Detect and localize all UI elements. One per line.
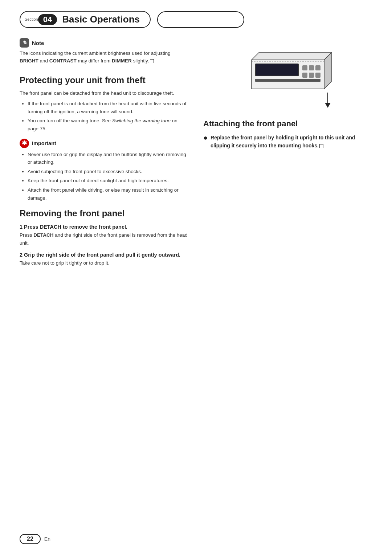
page-number: 22 bbox=[20, 534, 41, 544]
note-label: Note bbox=[32, 40, 44, 46]
protecting-heading: Protecting your unit from theft bbox=[20, 75, 189, 86]
svg-rect-7 bbox=[315, 65, 320, 70]
attaching-heading: Attaching the front panel bbox=[203, 119, 372, 128]
step1-heading: 1 Press DETACH to remove the front panel… bbox=[20, 224, 189, 230]
header-row: Section 04 Basic Operations bbox=[20, 11, 372, 28]
svg-rect-10 bbox=[315, 73, 320, 78]
attaching-bullet-text: Replace the front panel by holding it up… bbox=[211, 134, 372, 150]
svg-rect-4 bbox=[256, 64, 298, 76]
footer-lang: En bbox=[44, 536, 50, 542]
device-svg bbox=[230, 42, 346, 111]
list-item: Keep the front panel out of direct sunli… bbox=[28, 177, 189, 185]
section-title: Basic Operations bbox=[62, 14, 140, 25]
important-icon: ✱ bbox=[20, 139, 29, 148]
right-column: Attaching the front panel ● Replace the … bbox=[203, 38, 372, 270]
bullet-dot-icon: ● bbox=[203, 134, 208, 142]
svg-rect-8 bbox=[302, 73, 307, 78]
list-item: You can turn off the warning tone. See S… bbox=[28, 117, 189, 132]
svg-rect-11 bbox=[255, 79, 320, 82]
step2-text: Take care not to grip it tightly or to d… bbox=[20, 259, 189, 267]
note-icon: ✎ bbox=[20, 38, 29, 48]
header-right-badge bbox=[157, 11, 244, 28]
section-number: 04 bbox=[38, 14, 57, 25]
diagram-area bbox=[203, 42, 372, 112]
svg-rect-6 bbox=[309, 65, 314, 70]
list-item: Never use force or grip the display and … bbox=[28, 151, 189, 166]
important-header: ✱ Important bbox=[20, 139, 189, 148]
removing-heading: Removing the front panel bbox=[20, 208, 189, 219]
step1-text: Press DETACH and the right side of the f… bbox=[20, 231, 189, 247]
list-item: Attach the front panel while driving, or… bbox=[28, 186, 189, 202]
note-header: ✎ Note bbox=[20, 38, 189, 48]
footer: 22 En bbox=[20, 534, 50, 544]
note-text: The icons indicating the current ambient… bbox=[20, 50, 189, 65]
device-diagram bbox=[230, 42, 346, 112]
important-bullets: Never use force or grip the display and … bbox=[28, 151, 189, 202]
protecting-intro: The front panel can be detached from the… bbox=[20, 89, 189, 97]
section-badge: Section 04 Basic Operations bbox=[20, 11, 151, 28]
list-item: If the front panel is not detached from … bbox=[28, 100, 189, 115]
svg-rect-5 bbox=[302, 65, 307, 70]
two-col-layout: ✎ Note The icons indicating the current … bbox=[20, 38, 372, 270]
attaching-bullet: ● Replace the front panel by holding it … bbox=[203, 134, 372, 150]
note-box: ✎ Note The icons indicating the current … bbox=[20, 38, 189, 65]
important-box: ✱ Important Never use force or grip the … bbox=[20, 139, 189, 202]
list-item: Avoid subjecting the front panel to exce… bbox=[28, 168, 189, 176]
protecting-bullets: If the front panel is not detached from … bbox=[28, 100, 189, 132]
step2-heading: 2 Grip the right side of the front panel… bbox=[20, 252, 189, 258]
section-label: Section bbox=[25, 17, 38, 21]
svg-marker-0 bbox=[252, 53, 331, 60]
svg-marker-15 bbox=[325, 103, 331, 108]
important-label: Important bbox=[32, 140, 56, 146]
svg-rect-9 bbox=[309, 73, 314, 78]
left-column: ✎ Note The icons indicating the current … bbox=[20, 38, 189, 270]
page: Section 04 Basic Operations ✎ Note The i… bbox=[0, 0, 392, 555]
